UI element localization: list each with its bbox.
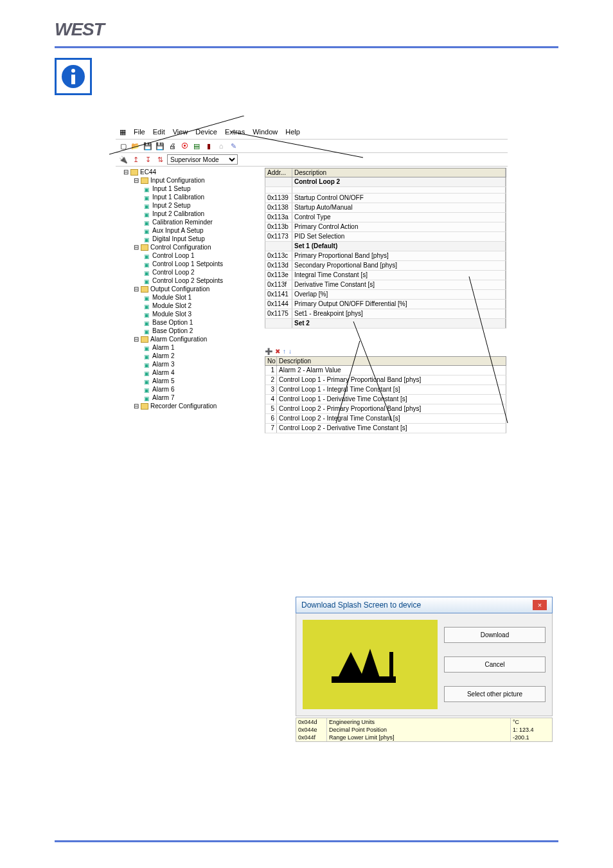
table-row[interactable]: 0x113dSecondary Proportional Band [phys]	[265, 261, 506, 271]
tree-item[interactable]: ▣Base Option 2	[118, 327, 261, 335]
tree-item[interactable]: ▣Alarm 2	[118, 352, 261, 360]
menu-view[interactable]: View	[173, 128, 188, 136]
folder-icon	[141, 336, 148, 343]
sync-icon[interactable]: ⇅	[155, 154, 165, 165]
table-row[interactable]: 3Control Loop 1 - Integral Time Constant…	[265, 385, 506, 395]
tree-item[interactable]: ▣Alarm 3	[118, 360, 261, 368]
tree-item[interactable]: ▣Control Loop 2	[118, 268, 261, 276]
download-icon[interactable]: ↧	[143, 154, 153, 165]
tree-item[interactable]: ▣Base Option 1	[118, 318, 261, 327]
sec-col-desc[interactable]: Description	[277, 357, 506, 365]
tree-item[interactable]: ▣Module Slot 1	[118, 293, 261, 302]
sec-col-no[interactable]: No	[265, 357, 277, 365]
save-icon[interactable]: 💾	[143, 141, 153, 151]
table-row[interactable]: 1Alarm 2 - Alarm Value	[265, 366, 506, 375]
stop-icon[interactable]: ⦿	[179, 141, 190, 151]
tree-folder[interactable]: ⊟Output Configuration	[118, 285, 261, 293]
tree-item[interactable]: ▣Input 1 Calibration	[118, 193, 261, 201]
expander-icon[interactable]: ⊟	[123, 168, 129, 176]
tree-item[interactable]: ▣Control Loop 1 Setpoints	[118, 260, 261, 268]
cell-desc: Control Loop 1 - Integral Time Constant …	[277, 385, 506, 394]
table-row[interactable]: 0x113aControl Type	[265, 213, 506, 222]
param-icon: ▣	[144, 278, 150, 284]
tree-item[interactable]: ▣Alarm 1	[118, 343, 261, 352]
table-row[interactable]: 0x1175Set1 - Breakpoint [phys]	[265, 309, 506, 319]
tree-item[interactable]: ⊟EC44	[118, 168, 261, 176]
col-desc-header[interactable]: Description	[292, 168, 506, 177]
tree-item[interactable]: ▣Alarm 7	[118, 393, 261, 402]
table-row[interactable]: 0x113eIntegral Time Constant [s]	[265, 271, 506, 280]
table-row[interactable]: 2Control Loop 1 - Primary Proportional B…	[265, 375, 506, 385]
tree-folder[interactable]: ⊟Recorder Configuration	[118, 402, 261, 410]
tree-pane[interactable]: ⊟EC44⊟Input Configuration▣Input 1 Setup▣…	[116, 167, 263, 424]
cell-addr: 0x113f	[265, 280, 292, 289]
table-row[interactable]: 4Control Loop 1 - Derivative Time Consta…	[265, 395, 506, 404]
tree-folder[interactable]: ⊟Alarm Configuration	[118, 335, 261, 343]
move-down-icon[interactable]: ↓	[289, 348, 292, 355]
tree-item[interactable]: ▣Alarm 4	[118, 368, 261, 377]
expander-icon[interactable]: ⊟	[134, 176, 139, 185]
menu-help[interactable]: Help	[285, 128, 300, 136]
tree-item[interactable]: ▣Alarm 5	[118, 377, 261, 385]
move-up-icon[interactable]: ↑	[283, 348, 286, 355]
new-icon[interactable]: ▢	[118, 141, 129, 151]
svg-rect-11	[389, 652, 393, 683]
delete-row-icon[interactable]: ✖	[275, 348, 280, 355]
tree-item[interactable]: ▣Control Loop 1	[118, 251, 261, 260]
tree-item[interactable]: ▣Control Loop 2 Setpoints	[118, 276, 261, 285]
menu-extras[interactable]: Extras	[225, 128, 245, 136]
tree-item[interactable]: ▣Input 2 Calibration	[118, 210, 261, 218]
close-icon[interactable]: ×	[533, 600, 547, 610]
chip-icon[interactable]: ▮	[204, 141, 214, 151]
home-icon[interactable]: ⌂	[216, 141, 226, 151]
table-row[interactable]: 0x1144Primary Output ON/OFF Differential…	[265, 300, 506, 309]
add-row-icon[interactable]: ➕	[265, 348, 272, 355]
tree-item[interactable]: ▣Input 1 Setup	[118, 185, 261, 193]
select-picture-button[interactable]: Select other picture	[444, 686, 546, 702]
cell-desc: Startup Control ON/OFF	[292, 194, 506, 203]
table-row[interactable]: 0x113bPrimary Control Action	[265, 222, 506, 232]
expander-icon[interactable]: ⊟	[134, 335, 139, 343]
tree-item[interactable]: ▣Module Slot 3	[118, 310, 261, 318]
upload-icon[interactable]: ↥	[130, 154, 141, 165]
menu-edit[interactable]: Edit	[153, 128, 165, 136]
col-addr-header[interactable]: Addr...	[265, 168, 292, 177]
table-row[interactable]: 0x1138Startup Auto/Manual	[265, 203, 506, 213]
print-icon[interactable]: 🖨	[167, 141, 177, 151]
expander-icon[interactable]: ⊟	[134, 243, 139, 251]
open-icon[interactable]: 📂	[130, 141, 141, 151]
mode-select[interactable]: Supervisor Mode	[167, 154, 238, 165]
table-row[interactable]: 6Control Loop 2 - Integral Time Constant…	[265, 414, 506, 424]
table-row[interactable]: 7Control Loop 2 - Derivative Time Consta…	[265, 424, 506, 433]
param-icon: ▣	[144, 378, 150, 384]
tree-item[interactable]: ▣Calibration Reminder	[118, 218, 261, 226]
tree-item[interactable]: ▣Alarm 6	[118, 385, 261, 393]
tree-item[interactable]: ▣Digital Input Setup	[118, 235, 261, 243]
table-row[interactable]: 0x1139Startup Control ON/OFF	[265, 194, 506, 203]
menu-window[interactable]: Window	[253, 128, 278, 136]
cell-addr: 0x113d	[265, 261, 292, 270]
table-row[interactable]: 0x113fDerivative Time Constant [s]	[265, 280, 506, 290]
tree-folder[interactable]: ⊟Input Configuration	[118, 176, 261, 185]
tree-folder[interactable]: ⊟Control Configuration	[118, 243, 261, 251]
table-row[interactable]: 5Control Loop 2 - Primary Proportional B…	[265, 404, 506, 414]
tree-item[interactable]: ▣Input 2 Setup	[118, 201, 261, 210]
save-all-icon[interactable]: 💾	[155, 141, 165, 151]
menu-file[interactable]: File	[134, 128, 145, 136]
tree-item[interactable]: ▣Aux Input A Setup	[118, 226, 261, 235]
table-row[interactable]: 0x113cPrimary Proportional Band [phys]	[265, 251, 506, 261]
wizard-icon[interactable]: ✎	[228, 141, 238, 151]
download-button[interactable]: Download	[444, 627, 546, 643]
menu-device[interactable]: Device	[195, 128, 217, 136]
tree-item[interactable]: ▣Module Slot 2	[118, 302, 261, 310]
table-row[interactable]: 0x1173PID Set Selection	[265, 232, 506, 242]
list-icon[interactable]: ▤	[191, 141, 202, 151]
connect-icon[interactable]: 🔌	[118, 154, 129, 165]
table-row[interactable]: 0x1141Overlap [%]	[265, 290, 506, 300]
cell-addr: 0x1173	[265, 232, 292, 241]
cancel-button[interactable]: Cancel	[444, 656, 546, 673]
expander-icon[interactable]: ⊟	[134, 402, 139, 410]
set1-header-label: Set 1 (Default)	[292, 242, 506, 251]
expander-icon[interactable]: ⊟	[134, 285, 139, 293]
grid-title-row: Control Loop 2	[265, 177, 506, 187]
